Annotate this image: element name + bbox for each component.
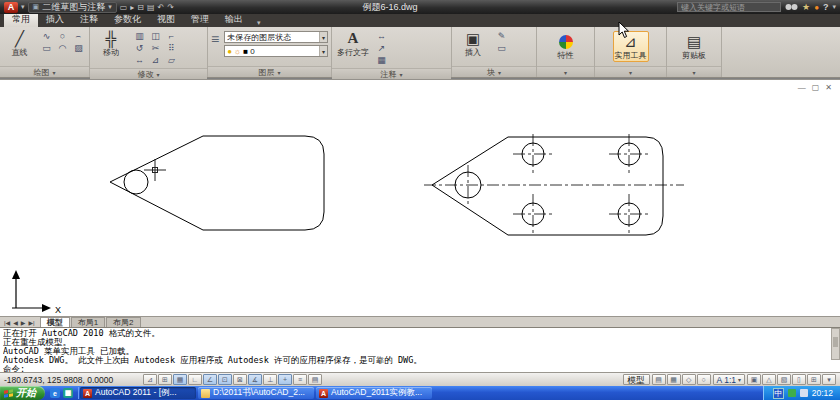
communication-center-icon[interactable]: ● <box>814 3 819 12</box>
erase-icon[interactable]: ▱ <box>164 55 179 66</box>
layer-state-dropdown[interactable]: 未保存的图层状态 ▾ <box>224 31 328 43</box>
prev-layout-icon[interactable]: ◀ <box>12 319 19 326</box>
arc-icon[interactable]: ⌢ <box>71 31 86 42</box>
utilities-panel-label[interactable]: ▾ <box>595 66 666 77</box>
layer-properties-icon[interactable]: ≡ <box>211 29 221 48</box>
hatch-icon[interactable]: ▨ <box>71 43 86 54</box>
leader-icon[interactable]: ↗ <box>374 43 389 54</box>
linear-dimension-icon[interactable]: ↔ <box>374 31 389 42</box>
annotation-scale-button[interactable]: A 1:1 ▾ <box>713 374 745 385</box>
next-layout-icon[interactable]: ▶ <box>20 319 27 326</box>
mirror-icon[interactable]: ◫ <box>148 31 163 42</box>
trim-icon[interactable]: ✂ <box>148 43 163 54</box>
ortho-toggle[interactable]: ∟ <box>188 374 202 385</box>
quick-view-layouts-icon[interactable]: ▤ <box>652 374 666 385</box>
ime-indicator[interactable]: 中 <box>773 388 784 399</box>
taskbar-window-button[interactable]: D:\2011书\AutoCAD_2... <box>198 387 314 399</box>
ribbon-minimize-icon[interactable]: ▾ <box>257 19 261 27</box>
clean-screen-icon[interactable]: ⊞ <box>807 374 821 385</box>
ribbon-tab[interactable]: 常用 <box>4 12 38 27</box>
array-icon[interactable]: ⠿ <box>164 43 179 54</box>
workspace-switching-icon[interactable]: ▧ <box>777 374 791 385</box>
tray-icon-antivirus[interactable] <box>788 389 796 397</box>
open-file-icon[interactable]: ▸ <box>130 3 134 12</box>
doc-close-icon[interactable]: ✕ <box>825 84 832 92</box>
ellipse-icon[interactable]: ◠ <box>55 43 70 54</box>
ribbon-tab[interactable]: 视图 <box>149 12 183 27</box>
ducs-toggle[interactable]: ⊥ <box>263 374 277 385</box>
command-scrollbar[interactable] <box>831 328 840 360</box>
lock-ui-icon[interactable]: ▯ <box>792 374 806 385</box>
zoom-icon[interactable]: ○ <box>697 374 711 385</box>
ribbon-tab[interactable]: 注释 <box>72 12 106 27</box>
clipboard-panel-label[interactable]: ▾ <box>667 66 721 77</box>
rotate-icon[interactable]: ↺ <box>132 43 147 54</box>
doc-restore-icon[interactable]: ▢ <box>812 84 820 92</box>
insert-block-button[interactable]: ▣ 插入 <box>455 29 491 58</box>
ribbon-tab[interactable]: 输出 <box>217 12 251 27</box>
move-tool-button[interactable]: ╬ 移动 <box>93 29 129 58</box>
mtext-tool-button[interactable]: A 多行文字 <box>335 29 371 58</box>
doc-minimize-icon[interactable]: — <box>798 84 806 92</box>
layout-tab[interactable]: 布局2 <box>106 317 140 327</box>
circle-icon[interactable]: ○ <box>55 31 70 42</box>
workspace-switcher[interactable]: ▣ 二维草图与注释 ▾ <box>28 2 117 13</box>
line-tool-button[interactable]: ╱ 直线 <box>3 29 36 58</box>
plot-icon[interactable]: ▤ <box>147 3 155 12</box>
autocad-app-menu-button[interactable]: A <box>4 2 18 13</box>
tray-icon-volume[interactable] <box>800 389 808 397</box>
taskbar-window-button[interactable]: A AutoCAD 2011 - [例... <box>80 387 196 399</box>
osnap3d-toggle[interactable]: ⊠ <box>233 374 247 385</box>
status-menu-chevron-icon[interactable]: ▾ <box>822 374 836 385</box>
stretch-icon[interactable]: ↔ <box>132 55 147 66</box>
layer-dropdown[interactable]: ● ☼ ■ 0 ▾ <box>224 45 328 57</box>
polar-toggle[interactable]: ∠ <box>203 374 217 385</box>
table-icon[interactable]: ▦ <box>374 55 389 66</box>
layout-tab[interactable]: 模型 <box>40 317 70 327</box>
polyline-icon[interactable]: ∿ <box>39 31 54 42</box>
modify-panel-label[interactable]: 修改 ▾ <box>90 68 207 79</box>
ribbon-tab[interactable]: 参数化 <box>106 12 149 27</box>
first-layout-icon[interactable]: |◀ <box>3 319 11 326</box>
start-button[interactable]: 开始 <box>0 386 45 400</box>
annotation-panel-label[interactable]: 注释 ▾ <box>332 68 451 79</box>
layout-tab[interactable]: 布局1 <box>71 317 105 327</box>
annotation-visibility-icon[interactable]: ▣ <box>747 374 761 385</box>
paste-button[interactable]: ▤ 剪贴板 <box>676 32 712 61</box>
grid-toggle[interactable]: ▦ <box>173 374 187 385</box>
infocenter-search-input[interactable] <box>677 2 781 12</box>
ribbon-tab[interactable]: 插入 <box>38 12 72 27</box>
redo-icon[interactable]: ↷ <box>167 3 174 12</box>
layers-panel-label[interactable]: 图层 ▾ <box>208 66 331 77</box>
search-binoculars-icon[interactable] <box>785 3 798 11</box>
save-icon[interactable]: ⊟ <box>137 3 144 12</box>
block-edit-icon[interactable]: ✎ <box>494 31 509 42</box>
properties-panel-label[interactable]: ▾ <box>537 66 594 77</box>
infer-constraints-toggle[interactable]: ⊿ <box>143 374 157 385</box>
quick-view-drawings-icon[interactable]: ▦ <box>667 374 681 385</box>
quickprops-toggle[interactable]: ▤ <box>308 374 322 385</box>
model-space-button[interactable]: 模型 <box>623 374 650 385</box>
new-file-icon[interactable]: ▭ <box>120 3 128 12</box>
draw-panel-label[interactable]: 绘图 ▾ <box>0 66 89 77</box>
drawing-canvas[interactable]: X — ▢ ✕ <box>0 79 840 316</box>
taskbar-window-button[interactable]: A AutoCAD_2011实例教... <box>316 387 432 399</box>
app-menu-chevron-icon[interactable]: ▾ <box>21 3 25 11</box>
pan-icon[interactable]: ◇ <box>682 374 696 385</box>
block-panel-label[interactable]: 块 ▾ <box>452 66 536 77</box>
help-icon[interactable]: ? <box>823 2 829 12</box>
undo-icon[interactable]: ↶ <box>158 3 165 12</box>
properties-panel-button[interactable]: 特性 <box>548 32 584 61</box>
copy-icon[interactable]: ▥ <box>132 31 147 42</box>
help-chevron-icon[interactable]: ▾ <box>832 3 836 11</box>
dyn-toggle[interactable]: + <box>278 374 292 385</box>
snap-toggle[interactable]: ⊞ <box>158 374 172 385</box>
fillet-icon[interactable]: ⌐ <box>164 31 179 42</box>
rectangle-icon[interactable]: ▭ <box>39 43 54 54</box>
osnap-toggle[interactable]: ⊡ <box>218 374 232 385</box>
scale-icon[interactable]: ⊿ <box>148 55 163 66</box>
autoscale-icon[interactable]: △ <box>762 374 776 385</box>
ribbon-tab[interactable]: 管理 <box>183 12 217 27</box>
quick-launch-browser-icon[interactable]: e <box>50 388 60 398</box>
last-layout-icon[interactable]: ▶| <box>27 319 35 326</box>
